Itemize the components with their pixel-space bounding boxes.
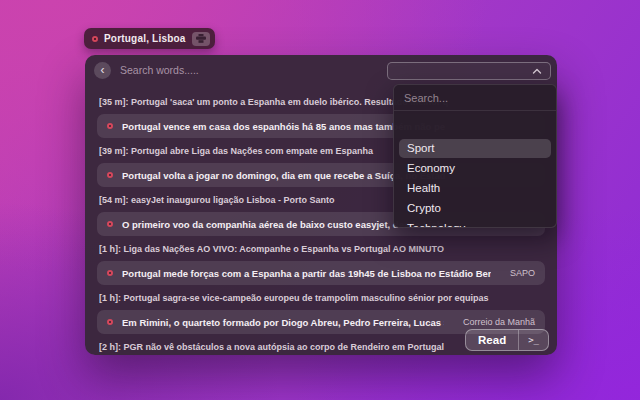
dropdown-option[interactable]: Crypto [399, 199, 551, 218]
news-item-text: Portugal mede forças com a Espanha a par… [122, 268, 491, 279]
dropdown-option[interactable]: Health [399, 179, 551, 198]
news-source: Correio da Manhã [453, 317, 535, 327]
radio-ring-icon [107, 172, 113, 178]
radio-ring-icon [107, 319, 113, 325]
dropdown-option[interactable]: Technology [399, 219, 551, 228]
news-item[interactable]: Portugal mede forças com a Espanha a par… [97, 261, 545, 285]
radio-ring-icon [107, 270, 113, 276]
printer-icon-glyph [196, 34, 206, 43]
news-headline: [1 h]: Portugal sagra-se vice-campeão eu… [99, 292, 543, 305]
radio-ring-icon [107, 221, 113, 227]
terminal-icon[interactable]: >_ [518, 330, 548, 350]
dropdown-options: SportEconomyHealthCryptoTechnology [394, 111, 556, 228]
record-icon [92, 36, 98, 42]
chevron-up-icon [532, 68, 542, 75]
toolbar: ‹ [85, 55, 557, 85]
dropdown-option[interactable]: Sport [399, 139, 551, 158]
read-button[interactable]: Read [466, 330, 518, 350]
news-headline: [1 h]: Liga das Nações AO VIVO: Acompanh… [99, 243, 543, 256]
dropdown-search [394, 85, 556, 111]
category-dropdown: SportEconomyHealthCryptoTechnology [393, 84, 557, 228]
window-tab[interactable]: Portugal, Lisboa [84, 28, 215, 49]
dropdown-option[interactable]: Economy [399, 159, 551, 178]
back-button[interactable]: ‹ [94, 62, 111, 79]
printer-icon[interactable] [192, 32, 210, 46]
news-source: SAPO [500, 268, 535, 278]
tab-title: Portugal, Lisboa [104, 33, 186, 44]
dropdown-search-input[interactable] [404, 92, 546, 104]
app-window: ‹ [35 m]: Portugal 'saca' um ponto a Esp… [85, 55, 557, 355]
radio-ring-icon [107, 123, 113, 129]
news-item-text: Em Rimini, o quarteto formado por Diogo … [122, 317, 444, 328]
category-select-toggle[interactable] [387, 62, 551, 80]
read-button-group: Read >_ [465, 329, 549, 351]
